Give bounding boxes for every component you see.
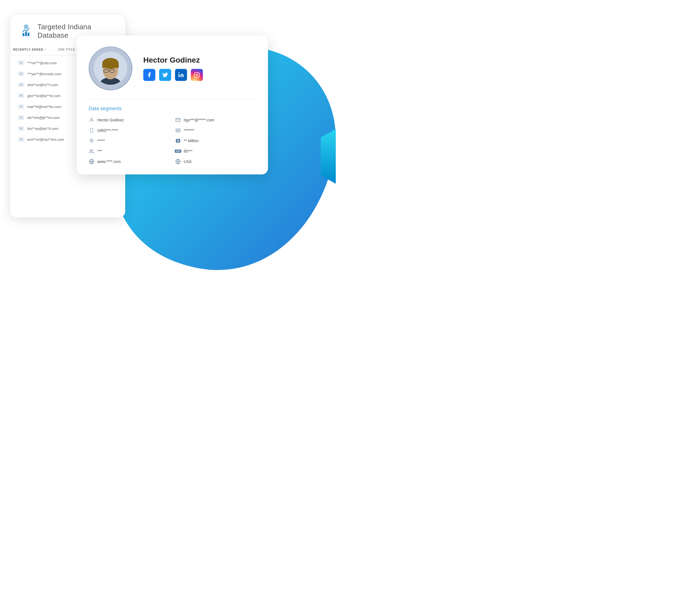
svg-rect-3 — [23, 33, 24, 36]
data-item-employees: *** — [89, 148, 170, 154]
arrow-decoration — [321, 129, 336, 184]
data-segments-title: Data segments — [89, 106, 256, 112]
svg-point-28 — [90, 150, 91, 151]
svg-rect-5 — [28, 33, 29, 36]
linkedin-icon[interactable] — [175, 69, 187, 81]
data-item-phone: (480)***-**** — [89, 127, 170, 134]
chart-icon: $ — [19, 24, 33, 39]
email-address: emi**on@reu**ers.com — [27, 138, 64, 142]
data-item-zip: ZIP 85*** — [175, 148, 256, 154]
data-item-website: www.****.com — [89, 159, 170, 165]
twitter-icon[interactable] — [159, 69, 171, 81]
data-item-revenue: $ ** Million — [175, 138, 256, 144]
email-icon — [175, 117, 181, 123]
people-icon — [89, 148, 95, 154]
svg-rect-14 — [102, 63, 119, 68]
svg-point-21 — [91, 118, 92, 120]
email-icon — [18, 83, 24, 87]
email-value: hgo***@*****.com — [184, 118, 214, 122]
data-item-country: USA — [175, 159, 256, 165]
revenue-value: ** Million — [184, 139, 199, 143]
email-icon — [18, 72, 24, 76]
name-value: Hector Godinez — [97, 118, 124, 122]
svg-point-26 — [177, 130, 178, 131]
location-value: ***** — [97, 139, 105, 143]
employees-value: *** — [97, 149, 102, 153]
profile-info: Hector Godinez — [143, 56, 256, 81]
website-value: www.****.com — [97, 159, 121, 164]
data-item-name: Hector Godinez — [89, 117, 170, 123]
data-item-location: ***** — [89, 138, 170, 144]
country-icon — [175, 159, 181, 165]
person-icon — [89, 117, 95, 123]
email-icon — [18, 93, 24, 98]
email-icon — [18, 137, 24, 142]
instagram-icon[interactable] — [191, 69, 203, 81]
data-grid: Hector Godinez hgo***@*****.com (480)***… — [89, 117, 256, 165]
email-icon — [18, 61, 24, 65]
location-icon — [89, 138, 95, 144]
main-container: $ Targeted Indiana Database RECENTLY ADD… — [0, 0, 350, 307]
email-address: sha**on@ro**t.com — [27, 83, 58, 87]
email-icon — [18, 104, 24, 109]
svg-text:$: $ — [25, 26, 27, 28]
social-icons — [143, 69, 256, 81]
country-value: USA — [184, 159, 192, 164]
email-address: ***yer**@incorta.com — [27, 72, 61, 76]
email-address: mat**kl@me**kc.com — [27, 105, 61, 109]
chevron-icon: ▾ — [45, 48, 46, 51]
dollar-icon: $ — [175, 138, 181, 144]
facebook-icon[interactable] — [143, 69, 155, 81]
data-item-id: ******* — [175, 127, 256, 134]
email-icon — [18, 126, 24, 131]
svg-rect-19 — [195, 73, 199, 77]
web-icon — [89, 159, 95, 165]
svg-point-27 — [91, 140, 92, 141]
svg-rect-4 — [25, 32, 27, 36]
id-value: ******* — [184, 128, 194, 133]
profile-card: Hector Godinez Dat — [77, 36, 268, 174]
avatar — [89, 47, 132, 90]
email-address: tho**as@da**il.com — [27, 127, 59, 131]
profile-name: Hector Godinez — [143, 56, 256, 64]
svg-rect-23 — [90, 128, 93, 133]
email-icon — [18, 115, 24, 120]
tab-recently-added[interactable]: RECENTLY ADDED ▾ — [10, 45, 49, 55]
profile-top: Hector Godinez — [89, 47, 256, 99]
data-item-email: hgo***@*****.com — [175, 117, 256, 123]
email-address: ***ne***@ods.com — [27, 61, 57, 65]
zip-icon: ZIP — [175, 148, 181, 154]
svg-point-18 — [178, 73, 180, 74]
id-icon — [175, 127, 181, 134]
data-segments: Data segments Hector Godinez hgo***@****… — [89, 99, 256, 165]
email-address: da**mh@jk**rm.com — [27, 116, 60, 120]
phone-icon — [89, 127, 95, 134]
zip-value: 85*** — [184, 149, 192, 153]
email-address: geo**sn@bc**el.com — [27, 94, 60, 98]
phone-value: (480)***-**** — [97, 128, 118, 133]
